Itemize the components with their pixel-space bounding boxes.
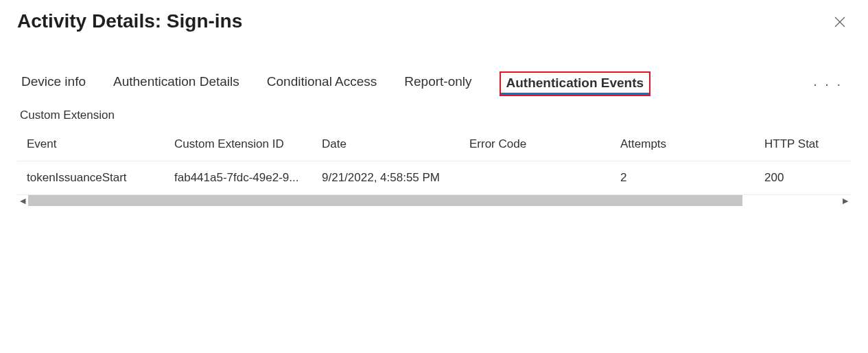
cell-date: 9/21/2022, 4:58:55 PM: [312, 161, 460, 195]
col-header-date[interactable]: Date: [312, 130, 460, 161]
table-row[interactable]: tokenIssuanceStart fab441a5-7fdc-49e2-9.…: [17, 161, 851, 195]
scroll-thumb[interactable]: [28, 195, 742, 206]
tabs-row: Device info Authentication Details Condi…: [17, 71, 851, 96]
activity-details-pane: Activity Details: Sign-ins Device info A…: [0, 0, 868, 353]
col-header-attempts[interactable]: Attempts: [611, 130, 755, 161]
more-button[interactable]: · · ·: [809, 73, 847, 95]
cell-extension-id: fab441a5-7fdc-49e2-9...: [165, 161, 312, 195]
page-title: Activity Details: Sign-ins: [17, 10, 242, 32]
tab-report-only[interactable]: Report-only: [404, 74, 471, 93]
table-header-row: Event Custom Extension ID Date Error Cod…: [17, 130, 851, 161]
tab-authentication-events[interactable]: Authentication Events: [500, 71, 651, 96]
tabs: Device info Authentication Details Condi…: [21, 71, 650, 96]
tab-conditional-access[interactable]: Conditional Access: [267, 74, 377, 93]
col-header-extension-id[interactable]: Custom Extension ID: [165, 130, 312, 161]
tab-authentication-details[interactable]: Authentication Details: [113, 74, 239, 93]
header-row: Activity Details: Sign-ins: [17, 10, 851, 34]
col-header-event[interactable]: Event: [17, 130, 165, 161]
close-icon: [834, 16, 845, 30]
cell-attempts: 2: [611, 161, 755, 195]
col-header-http-stat[interactable]: HTTP Stat: [755, 130, 851, 161]
tab-device-info[interactable]: Device info: [21, 74, 86, 93]
close-button[interactable]: [829, 12, 851, 34]
cell-error-code: [460, 161, 611, 195]
col-header-error-code[interactable]: Error Code: [460, 130, 611, 161]
scroll-left-icon[interactable]: ◀: [17, 195, 28, 206]
custom-extension-table: Event Custom Extension ID Date Error Cod…: [17, 130, 851, 195]
scroll-right-icon[interactable]: ▶: [840, 195, 851, 206]
cell-http-stat: 200: [755, 161, 851, 195]
cell-event: tokenIssuanceStart: [17, 161, 165, 195]
ellipsis-icon: · · ·: [813, 76, 843, 91]
horizontal-scrollbar[interactable]: ◀ ▶: [17, 195, 851, 206]
section-title: Custom Extension: [20, 109, 851, 122]
scroll-track[interactable]: [28, 195, 840, 206]
